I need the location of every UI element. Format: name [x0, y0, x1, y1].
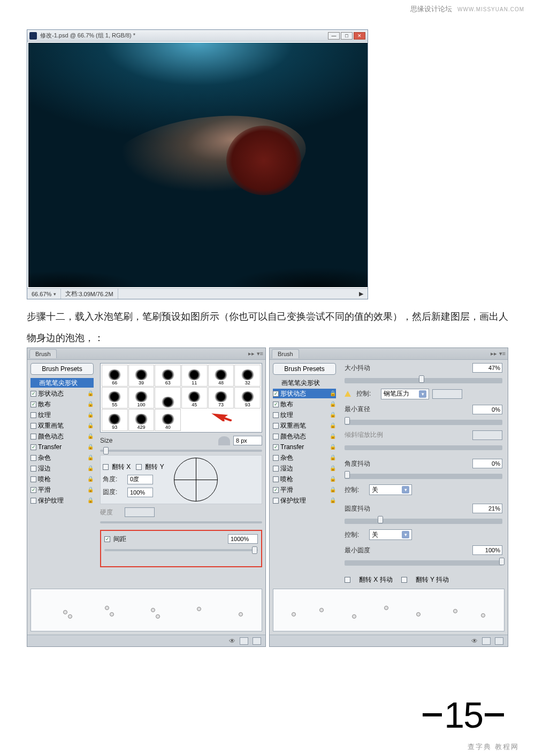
- option-checkbox[interactable]: [30, 455, 36, 461]
- minimize-button[interactable]: —: [328, 32, 340, 40]
- option-checkbox[interactable]: [273, 476, 279, 482]
- brush-thumb[interactable]: 48: [208, 365, 234, 387]
- panel-menu-icon[interactable]: ▾≡: [257, 350, 263, 357]
- lock-icon[interactable]: 🔒: [330, 465, 336, 472]
- brush-presets-button[interactable]: Brush Presets: [30, 363, 94, 375]
- lock-icon[interactable]: 🔒: [87, 465, 94, 472]
- lock-icon[interactable]: 🔒: [87, 497, 94, 504]
- lock-icon[interactable]: 🔒: [87, 401, 94, 407]
- option-checkbox[interactable]: [273, 444, 279, 450]
- trash-icon[interactable]: [253, 637, 261, 645]
- sidebar-item-1[interactable]: 形状动态🔒: [30, 389, 94, 398]
- new-preset-icon[interactable]: [482, 637, 491, 645]
- lock-icon[interactable]: 🔒: [87, 454, 94, 461]
- spacing-slider[interactable]: [104, 549, 258, 551]
- flip-x-jitter-checkbox[interactable]: [345, 577, 350, 583]
- option-checkbox[interactable]: [273, 487, 279, 493]
- new-preset-icon[interactable]: [240, 637, 248, 645]
- option-checkbox[interactable]: [30, 434, 36, 439]
- lock-icon[interactable]: 🔒: [330, 497, 336, 504]
- brush-thumb[interactable]: 11: [181, 365, 208, 387]
- sidebar-item-4[interactable]: 双重画笔🔒: [30, 421, 94, 430]
- option-checkbox[interactable]: [30, 498, 36, 504]
- visibility-icon[interactable]: 👁: [471, 637, 478, 645]
- control-select[interactable]: 钢笔压力▾: [381, 389, 429, 399]
- sidebar-item-8[interactable]: 湿边🔒: [30, 464, 94, 473]
- lock-icon[interactable]: 🔒: [87, 390, 94, 397]
- brush-thumb[interactable]: 45: [181, 387, 208, 409]
- sidebar-item-10[interactable]: 平滑🔒: [30, 485, 94, 495]
- roundness-jitter-slider[interactable]: [345, 519, 502, 524]
- reset-size-icon[interactable]: [218, 436, 230, 445]
- option-checkbox[interactable]: [273, 402, 279, 407]
- sidebar-item-3[interactable]: 纹理🔒: [273, 410, 336, 420]
- visibility-icon[interactable]: 👁: [229, 637, 235, 645]
- brush-thumb[interactable]: 32: [234, 365, 261, 387]
- roundness-jitter-input[interactable]: 21%: [472, 504, 502, 513]
- sidebar-item-3[interactable]: 纹理🔒: [30, 410, 94, 420]
- option-checkbox[interactable]: [30, 444, 36, 450]
- sidebar-item-7[interactable]: 杂色🔒: [273, 453, 336, 462]
- lock-icon[interactable]: 🔒: [330, 433, 336, 439]
- sidebar-item-9[interactable]: 喷枪🔒: [273, 474, 336, 484]
- lock-icon[interactable]: 🔒: [330, 390, 336, 397]
- brush-thumb[interactable]: 73: [208, 387, 234, 409]
- status-arrow[interactable]: ▶: [118, 289, 368, 299]
- min-roundness-slider[interactable]: [345, 560, 502, 566]
- lock-icon[interactable]: 🔒: [87, 444, 94, 450]
- min-roundness-input[interactable]: 100%: [472, 545, 502, 555]
- size-input[interactable]: 8 px: [233, 436, 262, 445]
- brush-thumb[interactable]: 55: [102, 387, 128, 409]
- brush-thumbnail-grid[interactable]: 663963114832551004573939342940: [100, 363, 262, 433]
- tab-brush[interactable]: Brush: [272, 349, 299, 358]
- sidebar-item-4[interactable]: 双重画笔🔒: [273, 421, 336, 430]
- sidebar-item-2[interactable]: 散布🔒: [30, 399, 94, 409]
- brush-thumb[interactable]: 100: [128, 387, 155, 409]
- min-diameter-input[interactable]: 0%: [472, 405, 502, 414]
- option-checkbox[interactable]: [273, 391, 279, 397]
- option-checkbox[interactable]: [273, 498, 279, 504]
- size-slider[interactable]: [100, 450, 262, 452]
- lock-icon[interactable]: 🔒: [87, 476, 94, 482]
- sidebar-item-2[interactable]: 散布🔒: [273, 399, 336, 409]
- brush-thumb[interactable]: 66: [102, 365, 128, 387]
- brush-presets-button[interactable]: Brush Presets: [273, 363, 336, 375]
- panel-menu-icon[interactable]: ▾≡: [499, 350, 506, 357]
- trash-icon[interactable]: [495, 637, 503, 645]
- lock-icon[interactable]: 🔒: [87, 412, 94, 418]
- option-checkbox[interactable]: [30, 487, 36, 493]
- lock-icon[interactable]: 🔒: [330, 454, 336, 461]
- lock-icon[interactable]: 🔒: [87, 433, 94, 439]
- flip-y-checkbox[interactable]: [136, 464, 142, 470]
- sidebar-item-9[interactable]: 喷枪🔒: [30, 474, 94, 484]
- sidebar-item-6[interactable]: Transfer🔒: [273, 442, 336, 452]
- spacing-checkbox[interactable]: [104, 536, 110, 542]
- lock-icon[interactable]: 🔒: [87, 487, 94, 493]
- sidebar-item-1[interactable]: 形状动态🔒: [273, 389, 336, 398]
- document-canvas[interactable]: [27, 42, 368, 288]
- roundness-control-select[interactable]: 关▾: [369, 529, 412, 540]
- angle-jitter-slider[interactable]: [345, 474, 502, 479]
- option-checkbox[interactable]: [30, 466, 36, 472]
- min-diameter-slider[interactable]: [345, 420, 502, 425]
- option-checkbox[interactable]: [273, 455, 279, 461]
- lock-icon[interactable]: 🔒: [330, 444, 336, 450]
- lock-icon[interactable]: 🔒: [330, 422, 336, 429]
- sidebar-item-8[interactable]: 湿边🔒: [273, 464, 336, 473]
- lock-icon[interactable]: 🔒: [87, 422, 94, 429]
- sidebar-item-0[interactable]: 画笔笔尖形状: [30, 378, 94, 388]
- angle-jitter-input[interactable]: 0%: [472, 459, 502, 468]
- option-checkbox[interactable]: [273, 423, 279, 429]
- option-checkbox[interactable]: [273, 434, 279, 439]
- size-jitter-slider[interactable]: [345, 378, 502, 383]
- sidebar-item-6[interactable]: Transfer🔒: [30, 442, 94, 452]
- brush-thumb[interactable]: 93: [102, 409, 128, 431]
- flip-y-jitter-checkbox[interactable]: [401, 577, 407, 583]
- angle-roundness-widget[interactable]: [174, 458, 218, 502]
- brush-thumb[interactable]: 40: [155, 409, 181, 431]
- sidebar-item-7[interactable]: 杂色🔒: [30, 453, 94, 462]
- size-jitter-input[interactable]: 47%: [472, 363, 502, 373]
- lock-icon[interactable]: 🔒: [330, 487, 336, 493]
- angle-input[interactable]: 0度: [127, 475, 153, 484]
- lock-icon[interactable]: 🔒: [330, 476, 336, 482]
